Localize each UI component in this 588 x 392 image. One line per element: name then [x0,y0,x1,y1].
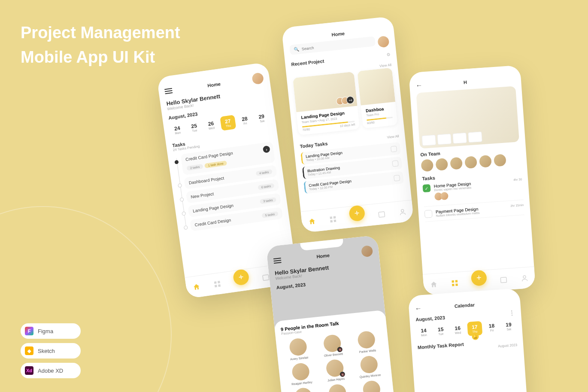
date-cell[interactable]: 15Tue [433,323,449,338]
search-input[interactable] [301,40,371,51]
svg-rect-16 [501,277,507,283]
hamburger-menu-icon[interactable] [164,88,173,94]
marketing-title: Project Management Mobile App UI Kit [21,21,180,70]
team-avatar[interactable] [464,156,477,169]
grid-icon[interactable] [213,280,221,288]
svg-rect-12 [452,280,454,283]
svg-rect-7 [333,216,336,219]
project-card[interactable]: +4 Landing Page Design Team Stars • Aug … [293,72,360,135]
date-cell[interactable]: 18Fri [484,320,500,335]
thumbnail[interactable] [452,133,467,144]
team-avatar[interactable] [494,154,506,167]
svg-point-11 [401,209,404,212]
avatar[interactable] [377,35,390,48]
svg-rect-2 [214,285,217,287]
figma-icon: F [25,327,33,335]
phone-projects: Home 🔍 Recent Project ⚙ View All +4 [282,16,414,233]
svg-point-17 [523,275,526,278]
date-cell[interactable]: 26Wed [203,117,219,133]
mute-icon: 🔇 [337,346,342,352]
legend-figma: F Figma [21,323,81,339]
date-cell[interactable]: 16Wed [450,322,466,337]
person-tile[interactable]: Quinley Monroe [353,354,386,379]
bell-icon: 🔔 [472,333,479,340]
checkbox[interactable] [392,160,398,167]
month-label: August, 2023 [415,315,445,322]
phone-project-detail: ← H On Team Tasks ✓ Home Page Desig [409,65,536,296]
date-cell[interactable]: 14Mon [416,325,431,340]
svg-rect-4 [263,274,269,280]
person-tile[interactable]: Tristan Monroe [287,386,320,392]
phone-room-talk: Home Hello Skylar Bennett Welcome Back! … [266,235,395,392]
check-done-icon[interactable]: ✓ [422,184,430,192]
home-icon[interactable] [308,217,316,225]
fab-add-button[interactable]: + [232,268,250,286]
person-tile[interactable]: Reagan Hartley [285,362,318,386]
date-cell[interactable]: 19Sat [501,319,516,334]
person-tile[interactable]: 🔇 [321,383,354,392]
back-arrow-icon[interactable]: ← [415,82,423,90]
svg-rect-8 [330,220,333,222]
back-arrow-icon[interactable]: ← [415,304,422,313]
checkbox[interactable] [394,175,400,181]
svg-rect-14 [452,284,455,286]
mute-icon: 🔇 [339,371,345,377]
svg-rect-9 [333,219,336,222]
fab-add-button[interactable]: + [471,270,487,286]
sketch-icon: ◆ [25,346,33,355]
svg-rect-0 [214,281,216,284]
avatar[interactable] [252,72,264,85]
date-cell[interactable]: 28Fri [237,112,253,128]
date-cell[interactable]: 25Tue [186,119,203,135]
page-title: Home [207,81,221,88]
svg-rect-6 [330,216,332,219]
thumbnail[interactable] [421,135,436,146]
more-icon[interactable]: ⋮ [509,309,515,316]
fab-add-button[interactable]: + [349,205,366,222]
recent-section-title: Recent Project [291,58,324,67]
filter-icon[interactable]: ⚙ [386,52,391,57]
page-title: H [464,79,467,85]
person-tile[interactable]: Avery Sinclair [282,337,315,361]
person-tile[interactable]: Parker Wells [350,330,383,354]
task-duration: 4hr 30 [513,178,522,181]
project-hero-image [416,86,519,149]
view-all-link[interactable]: View All [379,63,392,68]
team-avatar[interactable] [450,157,463,170]
calendar-icon[interactable] [378,210,386,218]
svg-rect-13 [455,280,458,283]
room-talk-sheet: 9 People in the Room Talk Passion-case A… [274,310,395,392]
legend-xd: Xd Adobe XD [21,363,81,378]
person-tile[interactable]: 🔇Oliver Bennett [316,333,349,358]
project-image: +4 [293,72,358,112]
svg-rect-15 [455,283,458,286]
profile-icon[interactable] [520,274,528,282]
date-cell[interactable]: 17Thu🔔 [467,321,482,336]
team-avatar[interactable] [479,155,492,168]
date-cell[interactable]: 24Mon [169,122,185,138]
project-image [358,68,396,106]
check-empty-icon[interactable] [424,210,433,218]
svg-rect-3 [218,284,221,287]
home-icon[interactable] [192,283,201,291]
calendar-icon[interactable] [500,275,508,283]
person-tile[interactable] [355,379,388,392]
checkbox[interactable] [391,146,397,152]
view-all-link[interactable]: View All [387,134,399,139]
date-cell[interactable]: 29Sat [254,110,270,126]
adobexd-icon: Xd [25,366,33,375]
legend-sketch: ◆ Sketch [21,343,81,359]
svg-rect-1 [217,281,220,283]
home-icon[interactable] [430,280,438,289]
team-avatar[interactable] [421,159,433,172]
person-tile[interactable]: 🔇Julian Hayes [318,358,352,383]
thumbnail[interactable] [437,134,452,145]
grid-icon[interactable] [329,215,337,223]
tool-legend: F Figma ◆ Sketch Xd Adobe XD [21,323,81,378]
thumbnail[interactable] [468,131,482,143]
team-avatar[interactable] [435,158,448,171]
project-card[interactable]: Dashboa Team Pro 60/80 [358,68,398,129]
date-cell[interactable]: 27Thu [220,115,236,131]
grid-icon[interactable] [451,279,459,287]
profile-icon[interactable] [398,207,407,216]
